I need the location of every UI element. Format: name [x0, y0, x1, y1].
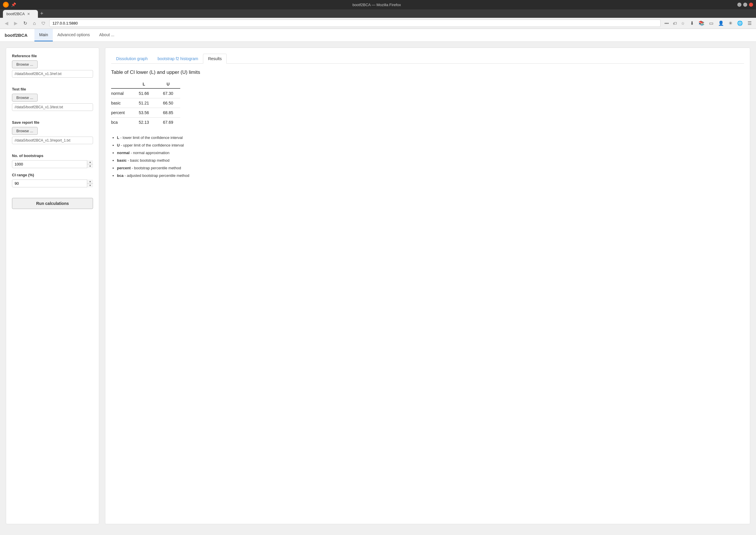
table-cell-method-percent: percent: [111, 108, 132, 118]
firefox-icon: [3, 2, 9, 8]
legend-desc-percent: - bootstrap percentile method: [131, 166, 181, 170]
ci-range-label: CI range (%): [12, 173, 93, 177]
reference-path-input[interactable]: [12, 70, 93, 78]
window-controls: – ✕: [737, 3, 753, 7]
legend-desc-basic: - basic bootstrap method: [126, 158, 170, 162]
close-tab-icon[interactable]: ✕: [27, 12, 30, 16]
library-icon[interactable]: 📚: [697, 20, 706, 27]
ci-decrement[interactable]: ▼: [87, 183, 93, 187]
tab-dissolution-graph[interactable]: Dissolution graph: [111, 54, 152, 64]
more-icon[interactable]: •••: [663, 20, 670, 26]
download-icon[interactable]: ⬇: [688, 20, 695, 27]
ci-increment[interactable]: ▲: [87, 180, 93, 183]
address-bar: ◀ ▶ ↻ ⌂ 🛡 ••• 🏷 ☆ ⬇ 📚 ▭ 👤 ✳ 🌐 ☰: [0, 18, 756, 29]
table-cell-normal-U: 67.30: [156, 88, 180, 99]
legend-key-L: L: [117, 135, 119, 140]
close-button[interactable]: ✕: [749, 3, 753, 7]
results-title: Table of CI lower (L) and upper (U) limi…: [111, 70, 744, 75]
bootstraps-input-wrapper: ▲ ▼: [12, 160, 93, 168]
legend-item-bca: bca - adjusted bootstrap percentile meth…: [117, 172, 744, 180]
legend-key-percent: percent: [117, 166, 131, 170]
bootstraps-label: No. of bootstraps: [12, 154, 93, 158]
table-header-L: L: [132, 80, 156, 88]
app-nav: bootf2BCA Main Advanced options About ..…: [0, 29, 756, 42]
browser-tab[interactable]: bootf2BCA ✕: [3, 10, 38, 18]
browser-tab-bar: bootf2BCA ✕ +: [0, 9, 756, 18]
home-button[interactable]: ⌂: [31, 20, 38, 27]
legend-desc-L: - lower limit of the confidence interval: [119, 135, 183, 140]
table-header-method: [111, 80, 132, 88]
bootstraps-increment[interactable]: ▲: [87, 160, 93, 164]
legend-list: L - lower limit of the confidence interv…: [111, 134, 744, 180]
ci-input[interactable]: [12, 180, 93, 187]
run-calculations-button[interactable]: Run calculations: [12, 198, 93, 209]
save-report-label: Save report file: [12, 120, 93, 125]
pocket-icon[interactable]: 🏷: [671, 20, 678, 26]
table-cell-method-bca: bca: [111, 118, 132, 127]
test-path-input[interactable]: [12, 103, 93, 111]
test-file-label: Test file: [12, 87, 93, 91]
bookmark-icon[interactable]: ☆: [680, 20, 686, 26]
save-report-section: Save report file Browse ...: [12, 120, 93, 149]
back-button[interactable]: ◀: [3, 20, 10, 27]
toolbar-right: ⬇ 📚 ▭ 👤 ✳ 🌐 ☰: [688, 20, 753, 27]
table-cell-basic-U: 66.50: [156, 99, 180, 108]
sync-icon[interactable]: ✳: [727, 20, 734, 27]
new-tab-button[interactable]: +: [38, 9, 46, 18]
address-actions: ••• 🏷 ☆: [663, 20, 686, 26]
account-icon[interactable]: 👤: [716, 20, 725, 27]
sidebar-icon[interactable]: ▭: [708, 20, 715, 27]
reload-button[interactable]: ↻: [22, 20, 29, 27]
tab-bootstrap-histogram[interactable]: bootstrap f2 histogram: [152, 54, 203, 64]
bootstraps-decrement[interactable]: ▼: [87, 164, 93, 168]
test-browse-button[interactable]: Browse ...: [12, 94, 38, 101]
bootstraps-section: No. of bootstraps ▲ ▼: [12, 154, 93, 168]
save-path-input[interactable]: [12, 137, 93, 144]
pin-icon: 📌: [11, 2, 16, 7]
table-cell-method-basic: basic: [111, 99, 132, 108]
table-row: basic 51.21 66.50: [111, 99, 180, 108]
legend-key-basic: basic: [117, 158, 126, 162]
legend-key-bca: bca: [117, 173, 123, 178]
table-row: bca 52.13 67.69: [111, 118, 180, 127]
legend-desc-bca: - adjusted bootstrap percentile method: [123, 173, 189, 178]
menu-icon[interactable]: ☰: [746, 20, 753, 27]
bootstraps-spinner: ▲ ▼: [87, 160, 93, 168]
table-row: percent 53.56 68.85: [111, 108, 180, 118]
table-cell-method-normal: normal: [111, 88, 132, 99]
ci-input-wrapper: ▲ ▼: [12, 180, 93, 187]
legend-item-U: U - upper limit of the confidence interv…: [117, 142, 744, 149]
legend-desc-normal: - normal approximation: [129, 151, 170, 155]
nav-tab-advanced[interactable]: Advanced options: [53, 29, 94, 42]
table-cell-percent-L: 53.56: [132, 108, 156, 118]
ci-range-section: CI range (%) ▲ ▼: [12, 173, 93, 187]
table-cell-bca-U: 67.69: [156, 118, 180, 127]
ci-spinner: ▲ ▼: [87, 180, 93, 187]
table-cell-bca-L: 52.13: [132, 118, 156, 127]
tab-results[interactable]: Results: [203, 54, 227, 64]
table-header-U: U: [156, 80, 180, 88]
bootstraps-input[interactable]: [12, 160, 93, 168]
main-content: Reference file Browse ... Test file Brow…: [0, 42, 756, 530]
table-cell-normal-L: 51.66: [132, 88, 156, 99]
address-input[interactable]: [49, 19, 661, 27]
minimize-button[interactable]: –: [737, 3, 742, 7]
right-panel: Dissolution graph bootstrap f2 histogram…: [105, 47, 750, 524]
forward-button[interactable]: ▶: [12, 20, 19, 27]
save-browse-button[interactable]: Browse ...: [12, 127, 38, 135]
legend-item-normal: normal - normal approximation: [117, 149, 744, 157]
ci-table: L U normal 51.66 67.30 basic 51.21 66.50…: [111, 80, 180, 127]
browser-titlebar: 📌 bootf2BCA — Mozilla Firefox – ✕: [0, 0, 756, 9]
reference-browse-button[interactable]: Browse ...: [12, 60, 38, 68]
app-brand: bootf2BCA: [5, 29, 32, 41]
avatar-icon[interactable]: 🌐: [736, 20, 744, 27]
window-title: bootf2BCA — Mozilla Firefox: [18, 3, 735, 7]
legend-desc-U: - upper limit of the confidence interval: [120, 143, 184, 147]
nav-tab-main[interactable]: Main: [35, 29, 52, 42]
result-tabs: Dissolution graph bootstrap f2 histogram…: [111, 54, 744, 64]
maximize-button[interactable]: [743, 3, 747, 7]
nav-tab-about[interactable]: About ...: [94, 29, 119, 42]
left-panel: Reference file Browse ... Test file Brow…: [6, 47, 99, 524]
reference-file-label: Reference file: [12, 54, 93, 58]
legend-item-L: L - lower limit of the confidence interv…: [117, 134, 744, 142]
